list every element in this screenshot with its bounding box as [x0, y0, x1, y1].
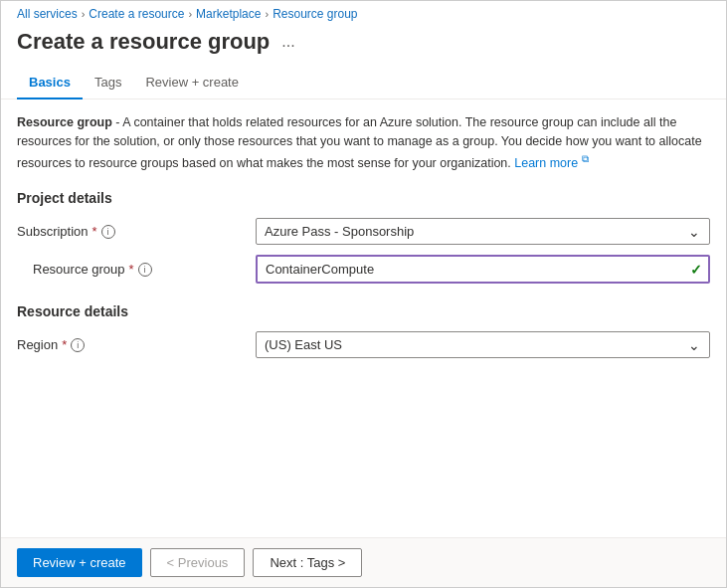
learn-more-link[interactable]: Learn more ⧉	[514, 156, 588, 170]
region-select-wrapper: (US) East US (US) West US (EU) West Euro…	[256, 331, 710, 358]
resource-group-info-icon[interactable]: i	[138, 263, 152, 277]
project-details-title: Project details	[17, 190, 710, 206]
region-required: *	[62, 337, 67, 352]
page-header: Create a resource group ...	[1, 25, 726, 67]
resource-group-input[interactable]	[256, 255, 710, 284]
subscription-info-icon[interactable]: i	[101, 225, 115, 239]
project-details-section: Project details Subscription * i Azure P…	[17, 190, 710, 284]
region-dropdown[interactable]: (US) East US (US) West US (EU) West Euro…	[256, 331, 710, 358]
breadcrumb-sep-1: ›	[82, 8, 86, 20]
breadcrumb-resource-group[interactable]: Resource group	[273, 7, 357, 21]
tabs-bar: Basics Tags Review + create	[1, 67, 726, 99]
breadcrumb-sep-3: ›	[265, 8, 269, 20]
region-info-icon[interactable]: i	[71, 338, 85, 352]
breadcrumb-create-resource[interactable]: Create a resource	[89, 7, 184, 21]
region-label: Region	[17, 337, 58, 352]
subscription-select-wrapper: Azure Pass - Sponsorship	[256, 218, 710, 245]
subscription-row: Subscription * i Azure Pass - Sponsorshi…	[17, 218, 710, 245]
external-link-icon: ⧉	[582, 153, 589, 164]
footer: Review + create < Previous Next : Tags >	[1, 537, 726, 587]
resource-details-title: Resource details	[17, 303, 710, 319]
resource-group-input-wrapper	[256, 255, 710, 284]
previous-button[interactable]: < Previous	[150, 548, 246, 577]
breadcrumb-all-services[interactable]: All services	[17, 7, 78, 21]
subscription-label: Subscription	[17, 224, 89, 239]
tab-review-create[interactable]: Review + create	[133, 67, 251, 99]
region-row: Region * i (US) East US (US) West US (EU…	[17, 331, 710, 358]
resource-group-label: Resource group	[33, 262, 125, 277]
subscription-input-col: Azure Pass - Sponsorship	[256, 218, 710, 245]
resource-group-input-col	[256, 255, 710, 284]
page-title: Create a resource group	[17, 29, 270, 55]
review-create-button[interactable]: Review + create	[17, 548, 142, 577]
breadcrumb: All services › Create a resource › Marke…	[1, 1, 726, 25]
azure-portal-window: All services › Create a resource › Marke…	[0, 0, 727, 588]
subscription-required: *	[92, 224, 97, 239]
tab-basics[interactable]: Basics	[17, 67, 83, 99]
breadcrumb-marketplace[interactable]: Marketplace	[196, 7, 261, 21]
resource-group-required: *	[129, 262, 134, 277]
next-button[interactable]: Next : Tags >	[253, 548, 362, 577]
region-label-col: Region * i	[17, 337, 256, 352]
main-content: Resource group - A container that holds …	[1, 99, 726, 537]
tab-tags[interactable]: Tags	[83, 67, 133, 99]
resource-group-label-col: Resource group * i	[17, 262, 256, 277]
resource-group-row: Resource group * i	[17, 255, 710, 284]
region-input-col: (US) East US (US) West US (EU) West Euro…	[256, 331, 710, 358]
subscription-label-col: Subscription * i	[17, 224, 256, 239]
ellipsis-menu-button[interactable]: ...	[277, 31, 298, 53]
description-text: Resource group - A container that holds …	[17, 115, 702, 170]
description-box: Resource group - A container that holds …	[17, 113, 710, 172]
breadcrumb-sep-2: ›	[188, 8, 192, 20]
subscription-dropdown[interactable]: Azure Pass - Sponsorship	[256, 218, 710, 245]
resource-details-section: Resource details Region * i (US) East US…	[17, 303, 710, 358]
